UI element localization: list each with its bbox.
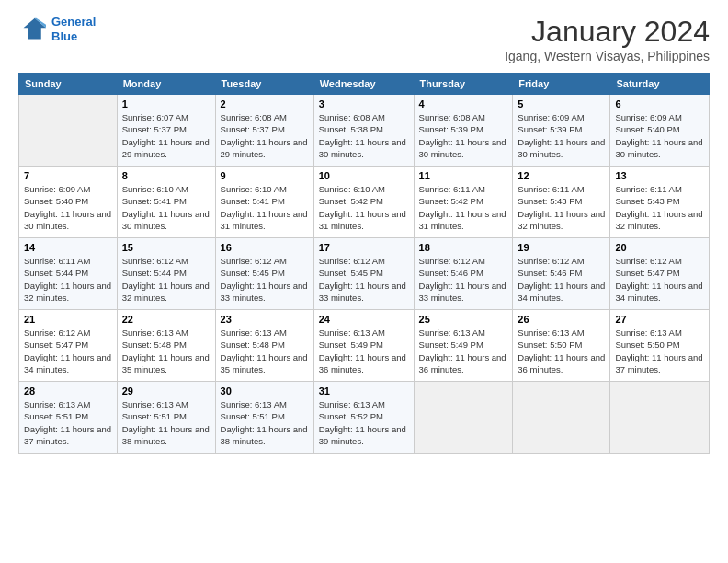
day-cell: 29 Sunrise: 6:13 AMSunset: 5:51 PMDaylig…	[117, 382, 215, 454]
week-row-5: 28 Sunrise: 6:13 AMSunset: 5:51 PMDaylig…	[19, 382, 710, 454]
day-cell: 10 Sunrise: 6:10 AMSunset: 5:42 PMDaylig…	[313, 167, 414, 238]
day-number: 8	[122, 170, 210, 181]
day-info: Sunrise: 6:12 AMSunset: 5:46 PMDaylight:…	[419, 255, 508, 304]
day-number: 15	[122, 242, 210, 253]
page: General Blue January 2024 Igang, Western…	[0, 0, 728, 563]
day-number: 4	[419, 98, 508, 109]
day-number: 21	[24, 314, 112, 325]
day-cell: 31 Sunrise: 6:13 AMSunset: 5:52 PMDaylig…	[313, 382, 414, 454]
day-number: 31	[319, 385, 409, 396]
logo-icon	[18, 17, 48, 42]
logo: General Blue	[18, 15, 96, 43]
day-number: 22	[122, 314, 210, 325]
day-number: 29	[122, 385, 210, 396]
day-number: 14	[24, 242, 112, 253]
day-info: Sunrise: 6:12 AMSunset: 5:44 PMDaylight:…	[122, 255, 210, 304]
day-cell: 25 Sunrise: 6:13 AMSunset: 5:49 PMDaylig…	[414, 310, 513, 382]
day-cell: 20 Sunrise: 6:12 AMSunset: 5:47 PMDaylig…	[610, 238, 710, 310]
day-info: Sunrise: 6:10 AMSunset: 5:42 PMDaylight:…	[319, 183, 409, 232]
day-info: Sunrise: 6:13 AMSunset: 5:51 PMDaylight:…	[24, 398, 112, 447]
day-number: 18	[419, 242, 508, 253]
day-number: 20	[615, 242, 704, 253]
day-cell: 15 Sunrise: 6:12 AMSunset: 5:44 PMDaylig…	[117, 238, 215, 310]
day-cell: 2 Sunrise: 6:08 AMSunset: 5:37 PMDayligh…	[215, 95, 313, 167]
day-info: Sunrise: 6:11 AMSunset: 5:42 PMDaylight:…	[419, 183, 508, 232]
calendar-table: Sunday Monday Tuesday Wednesday Thursday…	[18, 73, 710, 454]
day-info: Sunrise: 6:08 AMSunset: 5:37 PMDaylight:…	[221, 111, 309, 160]
day-number: 3	[319, 98, 409, 109]
day-cell: 7 Sunrise: 6:09 AMSunset: 5:40 PMDayligh…	[19, 167, 118, 238]
header-row: Sunday Monday Tuesday Wednesday Thursday…	[19, 74, 710, 95]
subtitle: Igang, Western Visayas, Philippines	[505, 49, 710, 63]
day-info: Sunrise: 6:10 AMSunset: 5:41 PMDaylight:…	[122, 183, 210, 232]
day-number: 19	[518, 242, 605, 253]
day-cell: 9 Sunrise: 6:10 AMSunset: 5:41 PMDayligh…	[215, 167, 313, 238]
day-cell: 22 Sunrise: 6:13 AMSunset: 5:48 PMDaylig…	[117, 310, 215, 382]
day-cell	[19, 95, 118, 167]
col-friday: Friday	[513, 74, 610, 95]
day-info: Sunrise: 6:13 AMSunset: 5:52 PMDaylight:…	[319, 398, 409, 447]
day-number: 10	[319, 170, 409, 181]
day-info: Sunrise: 6:13 AMSunset: 5:51 PMDaylight:…	[122, 398, 210, 447]
day-number: 9	[221, 170, 309, 181]
day-cell: 21 Sunrise: 6:12 AMSunset: 5:47 PMDaylig…	[19, 310, 118, 382]
day-cell: 14 Sunrise: 6:11 AMSunset: 5:44 PMDaylig…	[19, 238, 118, 310]
day-info: Sunrise: 6:13 AMSunset: 5:48 PMDaylight:…	[122, 327, 210, 375]
day-info: Sunrise: 6:12 AMSunset: 5:45 PMDaylight:…	[319, 255, 409, 304]
day-number: 13	[615, 170, 704, 181]
day-info: Sunrise: 6:13 AMSunset: 5:50 PMDaylight:…	[615, 327, 704, 375]
svg-marker-0	[24, 17, 47, 39]
day-info: Sunrise: 6:09 AMSunset: 5:39 PMDaylight:…	[518, 111, 605, 160]
day-info: Sunrise: 6:13 AMSunset: 5:49 PMDaylight:…	[419, 327, 508, 375]
day-info: Sunrise: 6:11 AMSunset: 5:44 PMDaylight:…	[24, 255, 112, 304]
day-info: Sunrise: 6:11 AMSunset: 5:43 PMDaylight:…	[518, 183, 605, 232]
day-cell: 6 Sunrise: 6:09 AMSunset: 5:40 PMDayligh…	[610, 95, 710, 167]
day-info: Sunrise: 6:13 AMSunset: 5:49 PMDaylight:…	[319, 327, 409, 375]
day-number: 5	[518, 98, 605, 109]
day-info: Sunrise: 6:09 AMSunset: 5:40 PMDaylight:…	[615, 111, 704, 160]
day-info: Sunrise: 6:12 AMSunset: 5:47 PMDaylight:…	[615, 255, 704, 304]
day-info: Sunrise: 6:09 AMSunset: 5:40 PMDaylight:…	[24, 183, 112, 232]
day-number: 26	[518, 314, 605, 325]
week-row-2: 7 Sunrise: 6:09 AMSunset: 5:40 PMDayligh…	[19, 167, 710, 238]
col-sunday: Sunday	[19, 74, 118, 95]
title-block: January 2024 Igang, Western Visayas, Phi…	[505, 15, 710, 63]
day-number: 2	[221, 98, 309, 109]
day-info: Sunrise: 6:10 AMSunset: 5:41 PMDaylight:…	[221, 183, 309, 232]
col-monday: Monday	[117, 74, 215, 95]
day-cell: 5 Sunrise: 6:09 AMSunset: 5:39 PMDayligh…	[513, 95, 610, 167]
day-cell: 28 Sunrise: 6:13 AMSunset: 5:51 PMDaylig…	[19, 382, 118, 454]
day-cell: 8 Sunrise: 6:10 AMSunset: 5:41 PMDayligh…	[117, 167, 215, 238]
day-cell: 30 Sunrise: 6:13 AMSunset: 5:51 PMDaylig…	[215, 382, 313, 454]
day-number: 25	[419, 314, 508, 325]
week-row-4: 21 Sunrise: 6:12 AMSunset: 5:47 PMDaylig…	[19, 310, 710, 382]
day-info: Sunrise: 6:11 AMSunset: 5:43 PMDaylight:…	[615, 183, 704, 232]
day-cell: 23 Sunrise: 6:13 AMSunset: 5:48 PMDaylig…	[215, 310, 313, 382]
day-cell: 19 Sunrise: 6:12 AMSunset: 5:46 PMDaylig…	[513, 238, 610, 310]
day-cell: 11 Sunrise: 6:11 AMSunset: 5:42 PMDaylig…	[414, 167, 513, 238]
day-number: 28	[24, 385, 112, 396]
day-number: 24	[319, 314, 409, 325]
day-cell	[414, 382, 513, 454]
day-info: Sunrise: 6:08 AMSunset: 5:38 PMDaylight:…	[319, 111, 409, 160]
day-info: Sunrise: 6:08 AMSunset: 5:39 PMDaylight:…	[419, 111, 508, 160]
day-number: 11	[419, 170, 508, 181]
logo-text: General Blue	[51, 15, 96, 43]
day-cell: 4 Sunrise: 6:08 AMSunset: 5:39 PMDayligh…	[414, 95, 513, 167]
day-cell	[610, 382, 710, 454]
day-number: 27	[615, 314, 704, 325]
day-number: 7	[24, 170, 112, 181]
col-saturday: Saturday	[610, 74, 710, 95]
col-tuesday: Tuesday	[215, 74, 313, 95]
day-number: 12	[518, 170, 605, 181]
day-cell: 16 Sunrise: 6:12 AMSunset: 5:45 PMDaylig…	[215, 238, 313, 310]
day-info: Sunrise: 6:13 AMSunset: 5:50 PMDaylight:…	[518, 327, 605, 375]
col-wednesday: Wednesday	[313, 74, 414, 95]
day-info: Sunrise: 6:12 AMSunset: 5:45 PMDaylight:…	[221, 255, 309, 304]
day-number: 16	[221, 242, 309, 253]
header: General Blue January 2024 Igang, Western…	[18, 15, 710, 63]
day-number: 23	[221, 314, 309, 325]
day-cell: 1 Sunrise: 6:07 AMSunset: 5:37 PMDayligh…	[117, 95, 215, 167]
day-cell: 17 Sunrise: 6:12 AMSunset: 5:45 PMDaylig…	[313, 238, 414, 310]
day-cell: 24 Sunrise: 6:13 AMSunset: 5:49 PMDaylig…	[313, 310, 414, 382]
